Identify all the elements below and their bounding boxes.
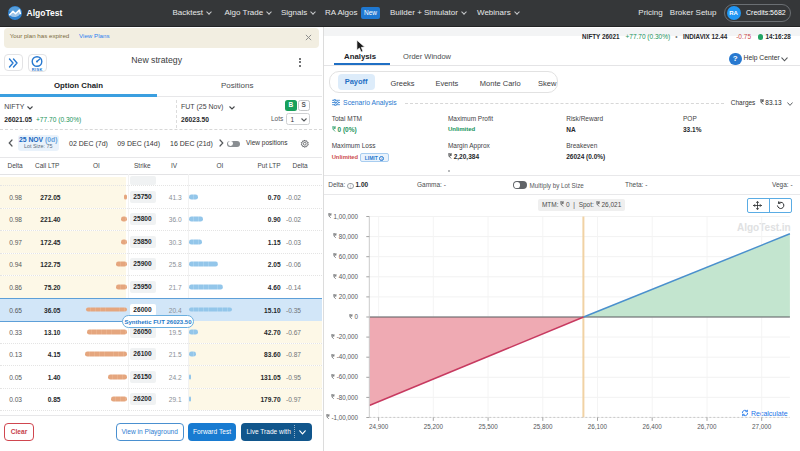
svg-text:25,200: 25,200 — [424, 423, 444, 430]
svg-text:25,500: 25,500 — [478, 423, 498, 430]
svg-text:26,700: 26,700 — [697, 423, 717, 430]
svg-text:26,400: 26,400 — [643, 423, 663, 430]
svg-text:25,800: 25,800 — [533, 423, 553, 430]
svg-text:24,900: 24,900 — [369, 423, 389, 430]
svg-text:26,100: 26,100 — [588, 423, 608, 430]
svg-text:27,000: 27,000 — [752, 423, 772, 430]
